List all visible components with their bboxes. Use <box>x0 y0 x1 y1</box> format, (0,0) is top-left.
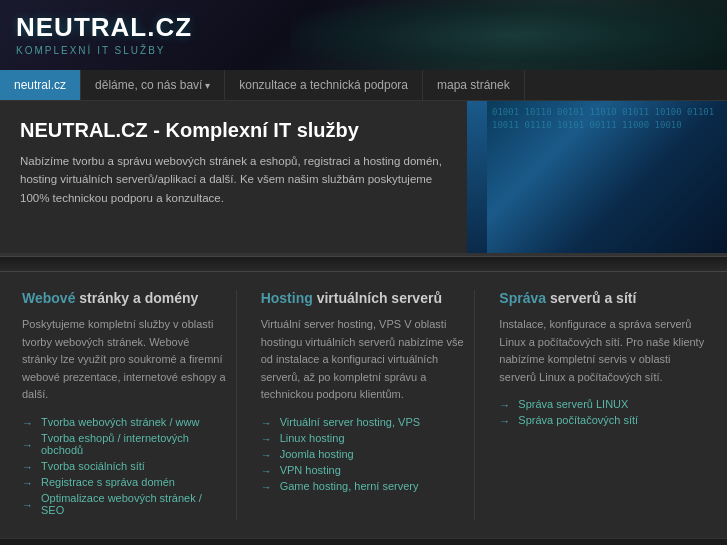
service-title-highlight-sprava: Správa <box>499 290 546 306</box>
hero-description: Nabízíme tvorbu a správu webových stráne… <box>20 152 447 207</box>
header: NEUTRAL.CZ KOMPLEXNÍ IT SLUŽBY <box>0 0 727 70</box>
service-description-hosting: Virtuální server hosting, VPS V oblasti … <box>261 316 467 404</box>
divider-strip <box>0 256 727 272</box>
service-link-label: Tvorba eshopů / internetových obchodů <box>41 432 228 456</box>
service-link-web-2[interactable]: Tvorba sociálních sítí <box>22 460 228 472</box>
service-link-label: Tvorba sociálních sítí <box>41 460 145 472</box>
nav-item-neutral-cz[interactable]: neutral.cz <box>0 70 81 100</box>
service-link-label: Joomla hosting <box>280 448 354 460</box>
service-title-highlight-hosting: Hosting <box>261 290 313 306</box>
service-link-label: VPN hosting <box>280 464 341 476</box>
navigation: neutral.czděláme, co nás bavíkonzultace … <box>0 70 727 101</box>
service-title-rest-hosting: virtuálních serverů <box>313 290 442 306</box>
service-link-web-1[interactable]: Tvorba eshopů / internetových obchodů <box>22 432 228 456</box>
service-link-web-3[interactable]: Registrace s správa domén <box>22 476 228 488</box>
hero-side-strip <box>467 101 487 253</box>
service-title-rest-sprava: serverů a sítí <box>546 290 636 306</box>
service-description-sprava: Instalace, konfigurace a správa serverů … <box>499 316 705 386</box>
service-link-label: Linux hosting <box>280 432 345 444</box>
service-link-label: Optimalizace webových stránek / SEO <box>41 492 228 516</box>
logo-subtitle: KOMPLEXNÍ IT SLUŽBY <box>16 45 711 56</box>
arrow-icon <box>261 481 275 491</box>
service-link-sprava-1[interactable]: Správa počítačových sítí <box>499 414 705 426</box>
footer: © 2012 neutral.cz | hosting <box>0 538 727 545</box>
nav-item-mapa[interactable]: mapa stránek <box>423 70 525 100</box>
nav-item-delame[interactable]: děláme, co nás baví <box>81 70 225 100</box>
arrow-icon <box>261 433 275 443</box>
service-link-label: Virtuální server hosting, VPS <box>280 416 420 428</box>
service-link-hosting-4[interactable]: Game hosting, herní servery <box>261 480 467 492</box>
service-title-sprava: Správa serverů a sítí <box>499 290 705 306</box>
service-link-hosting-2[interactable]: Joomla hosting <box>261 448 467 460</box>
service-link-sprava-0[interactable]: Správa serverů LINUX <box>499 398 705 410</box>
service-link-web-4[interactable]: Optimalizace webových stránek / SEO <box>22 492 228 516</box>
service-link-label: Správa serverů LINUX <box>518 398 628 410</box>
service-link-label: Tvorba webových stránek / www <box>41 416 199 428</box>
hero-title: NEUTRAL.CZ - Komplexní IT služby <box>20 119 447 142</box>
service-col-hosting: Hosting virtuálních serverůVirtuální ser… <box>253 290 476 520</box>
service-title-highlight-web: Webové <box>22 290 75 306</box>
arrow-icon <box>22 417 36 427</box>
hero-image <box>487 101 727 253</box>
service-col-web: Webové stránky a doményPoskytujeme kompl… <box>14 290 237 520</box>
service-link-hosting-3[interactable]: VPN hosting <box>261 464 467 476</box>
hero-section: NEUTRAL.CZ - Komplexní IT služby Nabízím… <box>0 101 727 256</box>
arrow-icon <box>499 399 513 409</box>
logo-title: NEUTRAL.CZ <box>16 12 711 43</box>
service-link-label: Správa počítačových sítí <box>518 414 638 426</box>
service-title-rest-web: stránky a domény <box>75 290 198 306</box>
service-link-hosting-1[interactable]: Linux hosting <box>261 432 467 444</box>
service-title-hosting: Hosting virtuálních serverů <box>261 290 467 306</box>
arrow-icon <box>261 417 275 427</box>
arrow-icon <box>22 477 36 487</box>
arrow-icon <box>261 449 275 459</box>
arrow-icon <box>22 499 36 509</box>
service-link-web-0[interactable]: Tvorba webových stránek / www <box>22 416 228 428</box>
arrow-icon <box>22 461 36 471</box>
arrow-icon <box>499 415 513 425</box>
nav-item-konzultace[interactable]: konzultace a technická podpora <box>225 70 423 100</box>
service-title-web: Webové stránky a domény <box>22 290 228 306</box>
service-link-label: Registrace s správa domén <box>41 476 175 488</box>
service-link-hosting-0[interactable]: Virtuální server hosting, VPS <box>261 416 467 428</box>
service-description-web: Poskytujeme kompletní služby v oblasti t… <box>22 316 228 404</box>
service-col-sprava: Správa serverů a sítíInstalace, konfigur… <box>491 290 713 520</box>
arrow-icon <box>261 465 275 475</box>
service-link-label: Game hosting, herní servery <box>280 480 419 492</box>
hero-text: NEUTRAL.CZ - Komplexní IT služby Nabízím… <box>0 101 467 253</box>
arrow-icon <box>22 439 36 449</box>
services-section: Webové stránky a doményPoskytujeme kompl… <box>0 272 727 538</box>
